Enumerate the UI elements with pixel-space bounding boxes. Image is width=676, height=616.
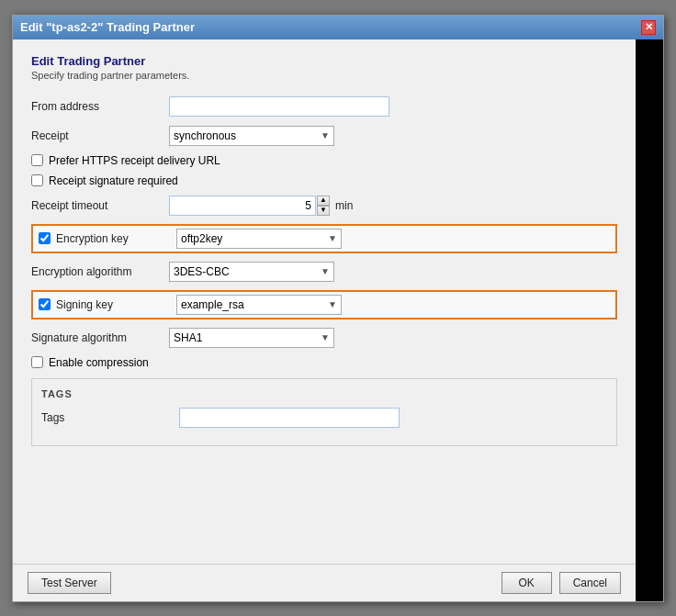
receipt-timeout-down[interactable]: ▼ (317, 206, 330, 216)
dialog-title: Edit "tp-as2-2" Trading Partner (20, 20, 195, 34)
signature-alg-row: Signature algorithm SHA1 SHA256 MD5 ▼ (31, 327, 617, 349)
ok-button[interactable]: OK (501, 572, 552, 594)
section-subtitle: Specify trading partner parameters. (31, 70, 617, 81)
wavy-divider (636, 39, 663, 601)
close-button[interactable]: ✕ (641, 20, 656, 35)
receipt-sig-row: Receipt signature required (31, 174, 617, 187)
content-area: Edit Trading Partner Specify trading par… (13, 39, 636, 601)
receipt-row: Receipt synchronous asynchronous none ▼ (31, 125, 617, 147)
encryption-key-label: Encryption key (56, 232, 129, 245)
receipt-timeout-input[interactable] (169, 196, 316, 216)
receipt-timeout-unit: min (335, 199, 353, 212)
tags-control (179, 408, 400, 428)
dialog: Edit "tp-as2-2" Trading Partner ✕ Edit T… (12, 15, 664, 602)
receipt-timeout-label: Receipt timeout (31, 199, 169, 212)
receipt-select[interactable]: synchronous asynchronous none (170, 127, 333, 145)
signing-key-select[interactable]: example_rsa key1 key2 (177, 296, 341, 314)
receipt-timeout-row: Receipt timeout ▲ ▼ min (31, 195, 617, 217)
signing-key-control: example_rsa key1 key2 ▼ (176, 295, 397, 315)
encryption-key-label-wrapper: Encryption key (39, 232, 176, 245)
receipt-label: Receipt (31, 129, 169, 142)
tags-row: Tags (41, 407, 607, 429)
prefer-https-row: Prefer HTTPS receipt delivery URL (31, 154, 617, 167)
tags-input[interactable] (179, 408, 400, 428)
signature-alg-control: SHA1 SHA256 MD5 ▼ (169, 328, 389, 348)
encryption-alg-select-wrapper: 3DES-CBC AES-128 AES-256 ▼ (169, 262, 334, 282)
receipt-sig-label: Receipt signature required (49, 174, 178, 187)
footer-right: OK Cancel (501, 572, 621, 594)
title-bar: Edit "tp-as2-2" Trading Partner ✕ (13, 16, 663, 39)
from-address-input[interactable] (169, 96, 389, 117)
tags-title: TAGS (41, 388, 607, 399)
signing-key-checkbox[interactable] (39, 298, 51, 310)
receipt-select-wrapper: synchronous asynchronous none ▼ (169, 126, 334, 146)
tags-section: TAGS Tags (31, 378, 617, 446)
receipt-timeout-up[interactable]: ▲ (317, 196, 330, 206)
signing-key-select-wrapper: example_rsa key1 key2 ▼ (176, 295, 342, 315)
encryption-alg-control: 3DES-CBC AES-128 AES-256 ▼ (169, 262, 389, 282)
encryption-key-select-wrapper: oftp2key key1 key2 ▼ (176, 229, 342, 249)
signature-alg-select[interactable]: SHA1 SHA256 MD5 (170, 329, 333, 347)
prefer-https-checkbox[interactable] (31, 154, 43, 166)
dialog-body: Edit Trading Partner Specify trading par… (13, 39, 663, 601)
tags-label: Tags (41, 411, 179, 424)
footer: Test Server OK Cancel (13, 564, 636, 601)
encryption-key-select[interactable]: oftp2key key1 key2 (177, 230, 341, 248)
encryption-key-checkbox[interactable] (39, 232, 51, 244)
enable-compression-label: Enable compression (49, 356, 149, 369)
cancel-button[interactable]: Cancel (559, 572, 621, 594)
receipt-timeout-spinners: ▲ ▼ (317, 196, 330, 216)
enable-compression-checkbox[interactable] (31, 356, 43, 368)
encryption-alg-row: Encryption algorithm 3DES-CBC AES-128 AE… (31, 261, 617, 283)
encryption-key-row: Encryption key oftp2key key1 key2 ▼ (31, 224, 617, 253)
signature-alg-label: Signature algorithm (31, 331, 169, 344)
scroll-area[interactable]: Edit Trading Partner Specify trading par… (13, 39, 636, 564)
test-server-button[interactable]: Test Server (28, 572, 111, 594)
encryption-key-control: oftp2key key1 key2 ▼ (176, 229, 397, 249)
signature-alg-select-wrapper: SHA1 SHA256 MD5 ▼ (169, 328, 334, 348)
receipt-timeout-control: ▲ ▼ min (169, 196, 353, 216)
enable-compression-row: Enable compression (31, 356, 617, 369)
signing-key-row: Signing key example_rsa key1 key2 ▼ (31, 290, 617, 319)
from-address-label: From address (31, 100, 169, 113)
section-title: Edit Trading Partner (31, 54, 617, 68)
prefer-https-label: Prefer HTTPS receipt delivery URL (49, 154, 220, 167)
receipt-control: synchronous asynchronous none ▼ (169, 126, 389, 146)
signing-key-label: Signing key (56, 298, 113, 311)
encryption-alg-select[interactable]: 3DES-CBC AES-128 AES-256 (170, 263, 333, 281)
signing-key-label-wrapper: Signing key (39, 298, 176, 311)
from-address-row: From address (31, 95, 617, 118)
from-address-control (169, 96, 389, 117)
receipt-sig-checkbox[interactable] (31, 174, 43, 186)
encryption-alg-label: Encryption algorithm (31, 265, 169, 278)
